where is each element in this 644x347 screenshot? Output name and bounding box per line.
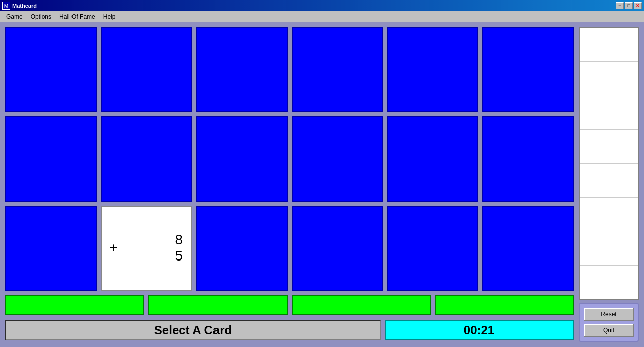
card-8[interactable] xyxy=(196,116,288,201)
answer-bar-0[interactable] xyxy=(5,295,144,315)
menu-hall-of-fame[interactable]: Hall Of Fame xyxy=(55,12,99,21)
card-16[interactable] xyxy=(387,206,478,291)
title-bar: M Mathcard − □ ✕ xyxy=(0,0,644,11)
answer-bar-2[interactable] xyxy=(292,295,431,315)
timer-text: 00:21 xyxy=(464,323,494,337)
card-15[interactable] xyxy=(292,206,383,291)
card-13[interactable]: + 8 5 xyxy=(101,206,192,291)
card-2[interactable] xyxy=(196,27,288,112)
right-panel: Reset Quit xyxy=(579,27,639,342)
score-row-5 xyxy=(580,198,638,231)
score-row-6 xyxy=(580,231,638,265)
app-icon: M xyxy=(2,2,10,10)
card-num2: 5 xyxy=(175,248,183,264)
menu-game[interactable]: Game xyxy=(2,12,27,21)
menu-help[interactable]: Help xyxy=(99,12,120,21)
score-row-0 xyxy=(580,28,638,62)
status-area: Select A Card 00:21 xyxy=(5,319,574,342)
card-6[interactable] xyxy=(5,116,97,201)
game-board: + 8 5 Select A Card 00:21 xyxy=(5,27,574,342)
card-5[interactable] xyxy=(482,27,574,112)
card-9[interactable] xyxy=(292,116,383,201)
card-12[interactable] xyxy=(5,206,97,291)
title-bar-controls: − □ ✕ xyxy=(616,2,642,9)
reset-button[interactable]: Reset xyxy=(584,308,634,321)
menu-bar: Game Options Hall Of Fame Help xyxy=(0,11,644,22)
card-0[interactable] xyxy=(5,27,97,112)
score-row-3 xyxy=(580,130,638,163)
score-row-2 xyxy=(580,96,638,130)
card-grid: + 8 5 xyxy=(5,27,574,291)
answer-bar-1[interactable] xyxy=(148,295,287,315)
answer-bar-3[interactable] xyxy=(435,295,574,315)
card-11[interactable] xyxy=(482,116,574,201)
card-num1: 8 xyxy=(175,232,183,248)
minimize-button[interactable]: − xyxy=(616,2,624,9)
title-bar-left: M Mathcard xyxy=(2,2,37,10)
timer-box: 00:21 xyxy=(385,320,574,340)
control-panel: Reset Quit xyxy=(579,303,639,342)
score-panel xyxy=(579,27,639,300)
card-1[interactable] xyxy=(101,27,192,112)
answer-bars xyxy=(5,295,574,315)
close-button[interactable]: ✕ xyxy=(634,2,642,9)
menu-options[interactable]: Options xyxy=(27,12,55,21)
score-row-4 xyxy=(580,164,638,198)
card-10[interactable] xyxy=(387,116,478,201)
message-box: Select A Card xyxy=(5,320,381,340)
card-3[interactable] xyxy=(292,27,383,112)
quit-button[interactable]: Quit xyxy=(584,324,634,337)
card-operator: + xyxy=(110,240,118,256)
window-title: Mathcard xyxy=(12,3,37,9)
card-4[interactable] xyxy=(387,27,478,112)
maximize-button[interactable]: □ xyxy=(625,2,633,9)
score-row-7 xyxy=(580,266,638,299)
card-7[interactable] xyxy=(101,116,192,201)
card-14[interactable] xyxy=(196,206,288,291)
score-row-1 xyxy=(580,62,638,96)
game-area: + 8 5 Select A Card 00:21 xyxy=(0,22,644,347)
card-17[interactable] xyxy=(482,206,574,291)
message-text: Select A Card xyxy=(154,323,232,337)
